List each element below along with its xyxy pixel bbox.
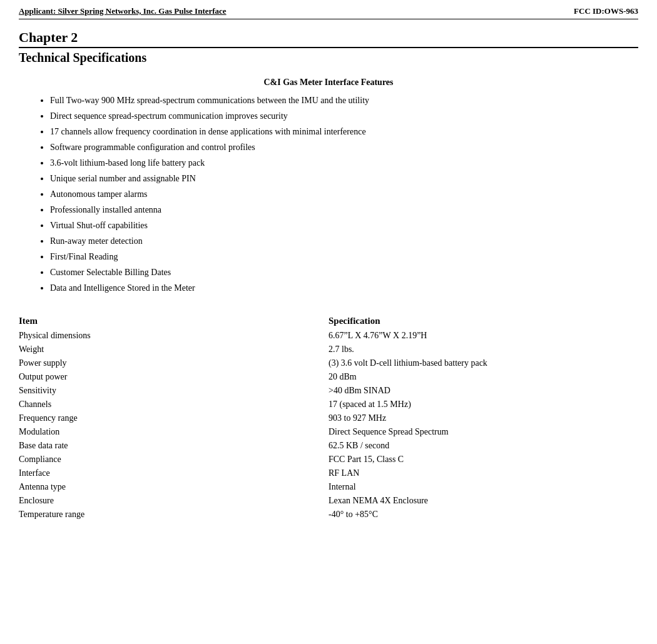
- header-fcc: FCC ID:OWS-963: [574, 6, 638, 16]
- spec-row: Frequency range903 to 927 MHz: [19, 411, 638, 425]
- features-list: Full Two-way 900 MHz spread-spectrum com…: [19, 94, 638, 294]
- feature-item: Data and Intelligence Stored in the Mete…: [50, 281, 638, 294]
- spec-item-label: Modulation: [19, 425, 328, 439]
- feature-item: 3.6-volt lithium-based long life battery…: [50, 156, 638, 169]
- spec-item-label: Enclosure: [19, 494, 328, 508]
- spec-item-label: Physical dimensions: [19, 329, 328, 343]
- spec-value: 2.7 lbs.: [328, 343, 638, 356]
- spec-value: FCC Part 15, Class C: [328, 453, 638, 466]
- page-container: Applicant: Silver Spring Networks, Inc. …: [0, 0, 657, 644]
- spec-row: Output power20 dBm: [19, 370, 638, 384]
- feature-item: 17 channels allow frequency coordination…: [50, 125, 638, 138]
- features-section-title: C&I Gas Meter Interface Features: [19, 78, 638, 88]
- header-bar: Applicant: Silver Spring Networks, Inc. …: [19, 6, 638, 19]
- spec-item-label: Frequency range: [19, 411, 328, 425]
- spec-value: 62.5 KB / second: [328, 439, 638, 453]
- spec-row: Sensitivity>40 dBm SINAD: [19, 384, 638, 398]
- header-applicant: Applicant: Silver Spring Networks, Inc. …: [19, 6, 227, 16]
- feature-item: First/Final Reading: [50, 250, 638, 263]
- col-header-item: Item: [19, 313, 328, 329]
- spec-value: >40 dBm SINAD: [328, 384, 638, 398]
- spec-value: 20 dBm: [328, 370, 638, 384]
- spec-row: ComplianceFCC Part 15, Class C: [19, 453, 638, 466]
- spec-item-label: Sensitivity: [19, 384, 328, 398]
- spec-item-label: Output power: [19, 370, 328, 384]
- spec-item-label: Channels: [19, 398, 328, 411]
- spec-value: RF LAN: [328, 466, 638, 480]
- spec-row: Channels17 (spaced at 1.5 MHz): [19, 398, 638, 411]
- spec-item-label: Antenna type: [19, 480, 328, 494]
- feature-item: Full Two-way 900 MHz spread-spectrum com…: [50, 94, 638, 107]
- feature-item: Autonomous tamper alarms: [50, 188, 638, 201]
- spec-row: ModulationDirect Sequence Spread Spectru…: [19, 425, 638, 439]
- spec-value: Direct Sequence Spread Spectrum: [328, 425, 638, 439]
- spec-value: Lexan NEMA 4X Enclosure: [328, 494, 638, 508]
- feature-item: Software programmable configuration and …: [50, 141, 638, 154]
- spec-value: 17 (spaced at 1.5 MHz): [328, 398, 638, 411]
- specs-table: Item Specification Physical dimensions6.…: [19, 313, 638, 521]
- spec-row: EnclosureLexan NEMA 4X Enclosure: [19, 494, 638, 508]
- spec-value: Internal: [328, 480, 638, 494]
- spec-item-label: Compliance: [19, 453, 328, 466]
- col-header-spec: Specification: [328, 313, 638, 329]
- feature-item: Direct sequence spread-spectrum communic…: [50, 109, 638, 123]
- spec-row: Antenna typeInternal: [19, 480, 638, 494]
- feature-item: Professionally installed antenna: [50, 203, 638, 216]
- feature-item: Customer Selectable Billing Dates: [50, 266, 638, 279]
- spec-item-label: Interface: [19, 466, 328, 480]
- spec-value: 903 to 927 MHz: [328, 411, 638, 425]
- feature-item: Unique serial number and assignable PIN: [50, 172, 638, 185]
- feature-item: Virtual Shut-off capabilities: [50, 219, 638, 232]
- spec-item-label: Power supply: [19, 356, 328, 370]
- spec-value: (3) 3.6 volt D-cell lithium-based batter…: [328, 356, 638, 370]
- chapter-subtitle: Technical Specifications: [19, 51, 638, 65]
- spec-item-label: Weight: [19, 343, 328, 356]
- spec-value: 6.67”L X 4.76”W X 2.19”H: [328, 329, 638, 343]
- spec-row: Temperature range-40° to +85°C: [19, 508, 638, 521]
- spec-row: Physical dimensions6.67”L X 4.76”W X 2.1…: [19, 329, 638, 343]
- spec-row: Weight2.7 lbs.: [19, 343, 638, 356]
- spec-row: Power supply(3) 3.6 volt D-cell lithium-…: [19, 356, 638, 370]
- spec-item-label: Base data rate: [19, 439, 328, 453]
- spec-value: -40° to +85°C: [328, 508, 638, 521]
- spec-item-label: Temperature range: [19, 508, 328, 521]
- spec-row: InterfaceRF LAN: [19, 466, 638, 480]
- spec-row: Base data rate62.5 KB / second: [19, 439, 638, 453]
- feature-item: Run-away meter detection: [50, 234, 638, 248]
- chapter-title: Chapter 2: [19, 29, 638, 48]
